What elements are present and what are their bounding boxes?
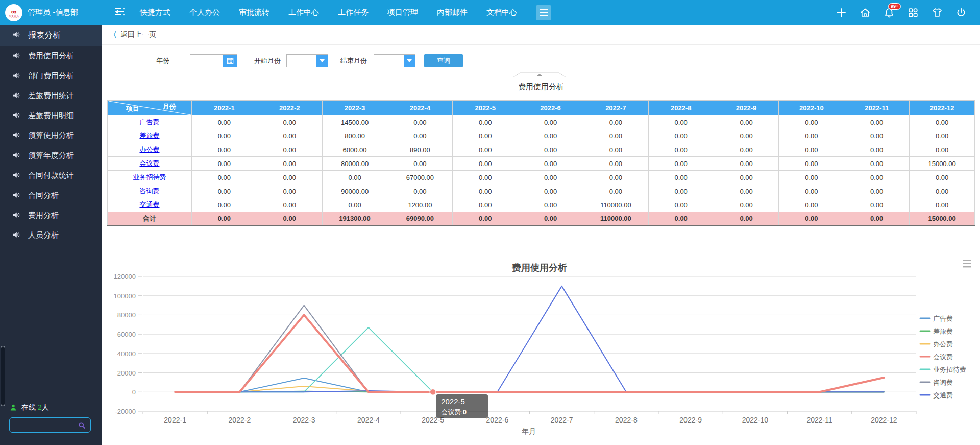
x-axis-label: 2022-6: [486, 416, 509, 424]
home-icon[interactable]: [860, 7, 871, 18]
total-value-cell: 0.00: [518, 212, 583, 226]
expense-category-link[interactable]: 差旅费: [140, 132, 160, 139]
legend-item-广告费[interactable]: 广告费: [920, 315, 953, 322]
x-axis-label: 2022-1: [164, 416, 186, 424]
expense-value-cell: 0.00: [648, 157, 714, 171]
legend-item-业务招待费[interactable]: 业务招待费: [920, 366, 966, 373]
expense-value-cell: 0.00: [322, 171, 387, 184]
sidebar-item-3[interactable]: 差旅费用统计: [0, 86, 102, 106]
start-month-select[interactable]: [286, 54, 328, 67]
theme-icon[interactable]: [932, 7, 943, 18]
sidebar-item-6[interactable]: 预算年度分析: [0, 146, 102, 166]
expense-value-cell: 0.00: [910, 184, 975, 198]
apps-icon[interactable]: [908, 7, 919, 18]
back-chevron-icon[interactable]: 〈: [109, 30, 117, 40]
sidebar-item-5[interactable]: 预算使用分析: [0, 126, 102, 146]
sidebar-item-2[interactable]: 部门费用分析: [0, 66, 102, 86]
year-input[interactable]: [190, 55, 223, 67]
chart-menu-icon[interactable]: [963, 260, 971, 267]
month-column-header: 2022-11: [844, 101, 910, 115]
nav-item-0[interactable]: 快捷方式: [140, 8, 170, 17]
y-axis-label: 80000: [117, 311, 136, 319]
plus-icon[interactable]: [836, 7, 847, 18]
expense-value-cell: 0.00: [648, 171, 714, 184]
start-month-dropdown-button[interactable]: [316, 55, 328, 67]
sidebar-item-0[interactable]: 报表分析: [0, 25, 102, 46]
calendar-icon: [227, 57, 234, 64]
speaker-icon: [12, 30, 20, 41]
sidebar-scrollbar[interactable]: [1, 346, 5, 406]
nav-item-5[interactable]: 项目管理: [387, 8, 418, 17]
expense-category-link[interactable]: 咨询费: [140, 187, 160, 195]
corner-months-label: 月份: [163, 102, 176, 111]
back-link[interactable]: 返回上一页: [120, 30, 156, 39]
nav-item-4[interactable]: 工作任务: [338, 8, 369, 17]
legend-item-会议费[interactable]: 会议费: [920, 353, 953, 361]
speaker-icon: [12, 71, 20, 81]
expense-value-cell: 0.00: [518, 198, 583, 212]
nav-item-3[interactable]: 工作中心: [288, 8, 319, 17]
search-icon[interactable]: [78, 421, 86, 430]
expense-value-cell: 0.00: [453, 129, 518, 143]
expense-value-cell: 0.00: [910, 129, 975, 143]
expense-value-cell: 0.00: [714, 115, 779, 129]
nav-item-6[interactable]: 内部邮件: [437, 8, 468, 17]
x-axis-label: 2022-8: [615, 416, 638, 424]
month-column-header: 2022-3: [322, 101, 387, 115]
sidebar-item-8[interactable]: 合同分析: [0, 185, 102, 205]
bell-icon[interactable]: 99+: [884, 7, 895, 18]
speaker-icon: [12, 111, 20, 121]
y-axis-label: 100000: [114, 292, 136, 300]
sidebar-item-10[interactable]: 人员分析: [0, 225, 102, 245]
total-value-cell: 0.00: [648, 212, 714, 226]
legend-item-办公费[interactable]: 办公费: [920, 340, 953, 348]
expense-value-cell: 0.00: [453, 143, 518, 157]
sidebar-item-9[interactable]: 费用分析: [0, 205, 102, 225]
series-line-咨询费: [175, 306, 884, 392]
expense-value-cell: 0.00: [910, 198, 975, 212]
more-menu-button[interactable]: [536, 5, 551, 20]
current-user: 管理员 -信息部: [28, 8, 78, 17]
nav-item-2[interactable]: 审批流转: [239, 8, 270, 17]
series-line-广告费: [175, 378, 884, 392]
sidebar-item-4[interactable]: 差旅费用明细: [0, 106, 102, 126]
nav-item-1[interactable]: 个人办公: [189, 8, 220, 17]
legend-item-咨询费[interactable]: 咨询费: [920, 379, 953, 386]
category-cell: 差旅费: [108, 129, 192, 143]
expense-value-cell: 0.00: [518, 143, 583, 157]
expense-category-link[interactable]: 广告费: [140, 118, 160, 126]
category-cell: 交通费: [108, 198, 192, 212]
expense-value-cell: 0.00: [648, 184, 714, 198]
query-panel: 年份 开始月份 结束月份 查: [102, 45, 980, 77]
expense-value-cell: 0.00: [322, 198, 387, 212]
search-button[interactable]: 查询: [424, 54, 463, 67]
sidebar-collapse-icon[interactable]: [113, 6, 127, 19]
expense-category-link[interactable]: 业务招待费: [133, 173, 166, 181]
sidebar-item-1[interactable]: 费用使用分析: [0, 46, 102, 66]
legend-item-交通费[interactable]: 交通费: [920, 391, 953, 399]
power-icon[interactable]: [955, 7, 967, 18]
search-input[interactable]: [10, 421, 78, 429]
end-month-dropdown-button[interactable]: [404, 55, 415, 67]
legend-label: 广告费: [933, 315, 953, 322]
expense-category-link[interactable]: 交通费: [140, 201, 160, 208]
y-axis-label: 120000: [114, 273, 136, 280]
online-status: 在线 2人: [9, 403, 49, 412]
collapse-query-toggle[interactable]: [513, 72, 566, 77]
x-axis-label: 2022-9: [679, 416, 702, 424]
total-value-cell: 110000.00: [583, 212, 648, 226]
expense-value-cell: 0.00: [257, 143, 322, 157]
x-axis-label: 2022-3: [293, 416, 315, 424]
expense-value-cell: 0.00: [910, 143, 975, 157]
expense-value-cell: 0.00: [387, 184, 453, 198]
sidebar-item-7[interactable]: 合同付款统计: [0, 166, 102, 185]
legend-item-差旅费[interactable]: 差旅费: [920, 327, 953, 335]
expense-value-cell: 890.00: [387, 143, 453, 157]
nav-item-7[interactable]: 文档中心: [486, 8, 517, 17]
hamburger-icon: [540, 9, 548, 16]
end-month-select[interactable]: [374, 54, 415, 67]
expense-category-link[interactable]: 会议费: [140, 159, 160, 167]
sidebar: 报表分析费用使用分析部门费用分析差旅费用统计差旅费用明细预算使用分析预算年度分析…: [0, 25, 102, 445]
expense-category-link[interactable]: 办公费: [140, 146, 160, 153]
calendar-button[interactable]: [223, 55, 237, 67]
